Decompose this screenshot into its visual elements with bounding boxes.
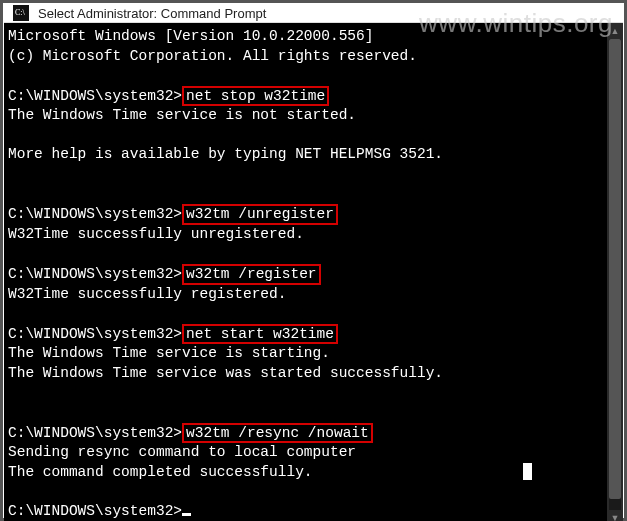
output-line: W32Time successfully registered. bbox=[8, 285, 605, 305]
scroll-up-arrow[interactable]: ▲ bbox=[607, 23, 623, 39]
highlight-cmd-2: w32tm /unregister bbox=[182, 204, 338, 225]
output-line: The Windows Time service is not started. bbox=[8, 106, 605, 126]
prompt: C:\WINDOWS\system32> bbox=[8, 425, 182, 441]
output-line: More help is available by typing NET HEL… bbox=[8, 145, 605, 165]
svg-text:C:\: C:\ bbox=[15, 8, 26, 17]
prompt: C:\WINDOWS\system32> bbox=[8, 503, 182, 519]
scroll-down-arrow[interactable]: ▼ bbox=[607, 510, 623, 521]
vertical-scrollbar[interactable]: ▲ ▼ bbox=[607, 23, 623, 521]
prompt: C:\WINDOWS\system32> bbox=[8, 326, 182, 342]
terminal-area: Microsoft Windows [Version 10.0.22000.55… bbox=[4, 23, 623, 521]
output-line: The Windows Time service was started suc… bbox=[8, 364, 605, 384]
output-line: (c) Microsoft Corporation. All rights re… bbox=[8, 47, 605, 67]
input-cursor bbox=[182, 513, 191, 516]
selection-cursor bbox=[523, 463, 532, 480]
output-line: The command completed successfully. bbox=[8, 464, 313, 480]
output-line: W32Time successfully unregistered. bbox=[8, 225, 605, 245]
output-line: Microsoft Windows [Version 10.0.22000.55… bbox=[8, 27, 605, 47]
window-title: Select Administrator: Command Prompt bbox=[38, 6, 266, 21]
prompt: C:\WINDOWS\system32> bbox=[8, 206, 182, 222]
prompt: C:\WINDOWS\system32> bbox=[8, 88, 182, 104]
highlight-cmd-1: net stop w32time bbox=[182, 86, 329, 107]
terminal-output[interactable]: Microsoft Windows [Version 10.0.22000.55… bbox=[4, 23, 607, 521]
highlight-cmd-5: w32tm /resync /nowait bbox=[182, 423, 373, 444]
titlebar[interactable]: C:\ Select Administrator: Command Prompt bbox=[4, 4, 623, 23]
highlight-cmd-4: net start w32time bbox=[182, 324, 338, 345]
output-line: Sending resync command to local computer bbox=[8, 443, 605, 463]
output-line: The Windows Time service is starting. bbox=[8, 344, 605, 364]
scrollbar-thumb[interactable] bbox=[609, 39, 621, 499]
cmd-window: C:\ Select Administrator: Command Prompt… bbox=[4, 4, 623, 517]
prompt: C:\WINDOWS\system32> bbox=[8, 266, 182, 282]
highlight-cmd-3: w32tm /register bbox=[182, 264, 321, 285]
cmd-icon: C:\ bbox=[12, 4, 30, 22]
